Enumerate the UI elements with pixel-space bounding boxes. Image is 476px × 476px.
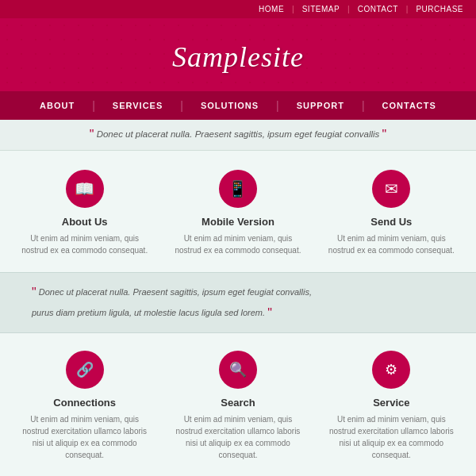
feature-search-text: Ut enim ad minim veniam, quis nostrud ex… [174,413,301,461]
quote-2-line2: purus diam pretium ligula, ut molestie l… [32,307,265,317]
feature-send-title: Send Us [328,216,455,228]
feature-connections-text: Ut enim ad minim veniam, quis nostrud ex… [21,413,148,461]
feature-service: ⚙ Service Ut enim ad minim veniam, quis … [315,351,468,461]
feature-mobile-text: Ut enim ad minim veniam, quis nostrud ex… [174,232,301,256]
quote-2-line1: Donec ut placerat nulla. Praesent sagitt… [39,287,312,297]
feature-search: 🔍 Search Ut enim ad minim veniam, quis n… [161,351,314,461]
quote-band-1: " Donec ut placerat nulla. Praesent sagi… [0,120,476,151]
feature-service-text: Ut enim ad minim veniam, quis nostrud ex… [328,413,455,461]
mobile-icon: 📱 [219,170,257,208]
about-icon: 📖 [66,170,104,208]
feature-send: ✉ Send Us Ut enim ad minim veniam, quis … [315,170,468,256]
feature-send-text: Ut enim ad minim veniam, quis nostrud ex… [328,232,455,256]
feature-connections: 🔗 Connections Ut enim ad minim veniam, q… [8,351,161,461]
top-bar: HOME | SITEMAP | CONTACT | PURCHASE [0,0,476,18]
features-section-2: 🔗 Connections Ut enim ad minim veniam, q… [0,333,476,476]
site-title: Samplesite [0,40,476,74]
feature-about: 📖 About Us Ut enim ad minim veniam, quis… [8,170,161,256]
nav-about[interactable]: ABOUT [22,91,92,120]
hero-section: Samplesite [0,18,476,91]
feature-mobile: 📱 Mobile Version Ut enim ad minim veniam… [161,170,314,256]
top-nav-home[interactable]: HOME [259,5,284,13]
service-icon: ⚙ [372,351,410,389]
features-section-1: 📖 About Us Ut enim ad minim veniam, quis… [0,151,476,272]
feature-service-title: Service [328,397,455,409]
connections-icon: 🔗 [66,351,104,389]
send-icon: ✉ [372,170,410,208]
feature-about-text: Ut enim ad minim veniam, quis nostrud ex… [21,232,148,256]
feature-mobile-title: Mobile Version [174,216,301,228]
nav-services[interactable]: SERVICES [95,91,180,120]
nav-contacts[interactable]: CONTACTS [365,91,454,120]
top-nav-contact[interactable]: CONTACT [358,5,398,13]
feature-search-title: Search [174,397,301,409]
main-nav: ABOUT | SERVICES | SOLUTIONS | SUPPORT |… [0,91,476,120]
top-nav-sitemap[interactable]: SITEMAP [302,5,340,13]
feature-about-title: About Us [21,216,148,228]
search-icon: 🔍 [219,351,257,389]
quote-1-text: Donec ut placerat nulla. Praesent sagitt… [97,129,380,139]
nav-solutions[interactable]: SOLUTIONS [183,91,276,120]
nav-support[interactable]: SUPPORT [279,91,362,120]
quote-band-2: " Donec ut placerat nulla. Praesent sagi… [0,272,476,333]
feature-connections-title: Connections [21,397,148,409]
top-nav-purchase[interactable]: PURCHASE [416,5,463,13]
